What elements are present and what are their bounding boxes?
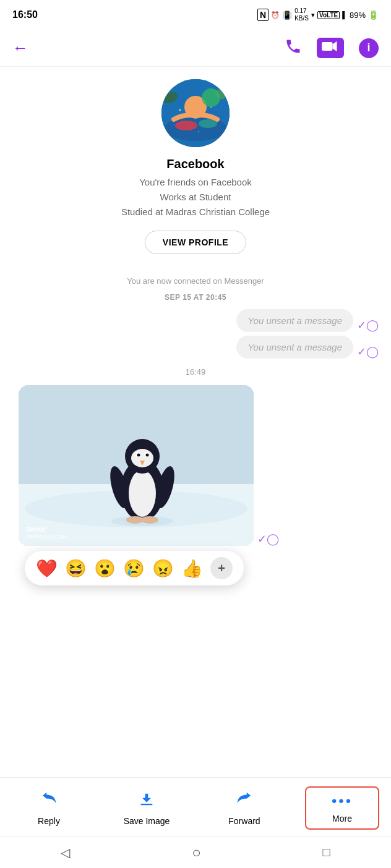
profile-info-line3: Studied at Madras Christian College xyxy=(121,206,270,217)
recents-nav-button[interactable]: □ xyxy=(322,845,330,859)
more-action[interactable]: ••• More xyxy=(305,786,379,830)
forward-icon xyxy=(235,791,254,812)
svg-point-8 xyxy=(179,109,181,111)
nav-right: i xyxy=(285,38,379,59)
tenor-logo: tenor xyxy=(26,524,67,534)
nav-left: ← xyxy=(12,38,28,57)
connected-message: You are now connected on Messenger xyxy=(12,276,379,286)
alarm-icon: ⏰ xyxy=(271,11,280,19)
svg-point-10 xyxy=(198,131,199,132)
reply-icon xyxy=(40,791,58,812)
reply-action[interactable]: Reply xyxy=(12,791,86,826)
penguin-scene: tenor OHMAGIE.COM xyxy=(19,385,254,546)
bottom-nav: ◁ ○ □ xyxy=(0,836,391,868)
forward-action[interactable]: Forward xyxy=(207,791,281,826)
view-profile-button[interactable]: VIEW PROFILE xyxy=(145,231,246,254)
profile-info-line1: You're friends on Facebook xyxy=(139,177,252,187)
reaction-wow[interactable]: 😮 xyxy=(94,558,116,579)
info-icon: i xyxy=(367,41,370,54)
profile-info: You're friends on Facebook Works at Stud… xyxy=(121,175,270,219)
message-row-1: You unsent a message ✓◯ xyxy=(12,309,379,332)
reaction-pill: ❤️ 😆 😮 😢 😠 👍 + xyxy=(25,551,244,585)
message-row-2: You unsent a message ✓◯ xyxy=(12,336,379,359)
profile-name: Facebook xyxy=(166,157,224,171)
top-nav: ← i xyxy=(0,30,391,67)
forward-label: Forward xyxy=(228,816,260,826)
save-icon xyxy=(138,791,155,812)
reaction-angry[interactable]: 😠 xyxy=(152,558,174,579)
media-check: ✓◯ xyxy=(257,532,279,546)
date-separator: SEP 15 AT 20:45 xyxy=(12,293,379,302)
svg-point-26 xyxy=(111,516,173,526)
info-button[interactable]: i xyxy=(359,38,379,58)
video-call-button[interactable] xyxy=(317,38,344,58)
more-dots-icon: ••• xyxy=(332,793,353,810)
svg-point-21 xyxy=(146,454,149,457)
avatar-image xyxy=(161,79,230,147)
reaction-more-button[interactable]: + xyxy=(210,557,233,579)
nfc-icon: N xyxy=(257,9,269,21)
back-button[interactable]: ← xyxy=(12,38,28,57)
svg-rect-27 xyxy=(141,804,153,805)
save-image-action[interactable]: Save Image xyxy=(110,791,184,826)
reaction-heart[interactable]: ❤️ xyxy=(36,558,58,579)
svg-rect-0 xyxy=(322,42,333,51)
svg-point-15 xyxy=(129,470,156,517)
speed-indicator: 0.17KB/S xyxy=(294,7,309,22)
call-button[interactable] xyxy=(285,38,302,59)
bottom-action-bar: Reply Save Image Forward ••• More xyxy=(0,777,391,836)
media-row: tenor OHMAGIE.COM ✓◯ xyxy=(12,385,379,546)
reply-label: Reply xyxy=(38,816,60,826)
back-nav-button[interactable]: ◁ xyxy=(61,845,70,860)
signal-icon: ▌ xyxy=(342,11,347,19)
tenor-sub: OHMAGIE.COM xyxy=(26,534,67,540)
messages-area: You are now connected on Messenger SEP 1… xyxy=(0,260,391,594)
time-separator: 16:49 xyxy=(12,367,379,377)
media-container: tenor OHMAGIE.COM ✓◯ xyxy=(12,385,379,546)
status-icons: N ⏰ 📳 0.17KB/S ▾ VoLTE ▌ 89% 🔋 xyxy=(257,7,379,22)
save-label: Save Image xyxy=(124,816,170,826)
status-bar: 16:50 N ⏰ 📳 0.17KB/S ▾ VoLTE ▌ 89% 🔋 xyxy=(0,0,391,30)
message-check-1: ✓◯ xyxy=(357,318,379,332)
message-check-2: ✓◯ xyxy=(357,345,379,359)
more-label: More xyxy=(332,814,352,823)
reaction-thumbsup[interactable]: 👍 xyxy=(181,558,203,579)
status-time: 16:50 xyxy=(12,9,38,20)
profile-info-line2: Works at Student xyxy=(160,192,231,202)
vibrate-icon: 📳 xyxy=(282,11,292,20)
message-bubble-2[interactable]: You unsent a message xyxy=(236,336,353,359)
reaction-bar: ❤️ 😆 😮 😢 😠 👍 + xyxy=(25,551,379,585)
battery-icon: 🔋 xyxy=(368,10,379,20)
svg-point-20 xyxy=(137,454,140,457)
reaction-cry[interactable]: 😢 xyxy=(123,558,145,579)
profile-avatar xyxy=(161,79,230,147)
svg-point-9 xyxy=(210,106,212,108)
tenor-watermark: tenor OHMAGIE.COM xyxy=(26,524,67,540)
profile-section: Facebook You're friends on Facebook Work… xyxy=(0,67,391,260)
reaction-laugh[interactable]: 😆 xyxy=(65,558,87,579)
volte-icon: VoLTE xyxy=(317,11,340,19)
wifi-icon: ▾ xyxy=(311,11,315,19)
svg-point-5 xyxy=(199,119,217,128)
svg-point-4 xyxy=(175,121,197,130)
battery-label: 89% xyxy=(350,11,366,20)
media-image[interactable]: tenor OHMAGIE.COM xyxy=(19,385,254,546)
message-bubble-1[interactable]: You unsent a message xyxy=(236,309,353,332)
home-nav-button[interactable]: ○ xyxy=(192,844,201,861)
